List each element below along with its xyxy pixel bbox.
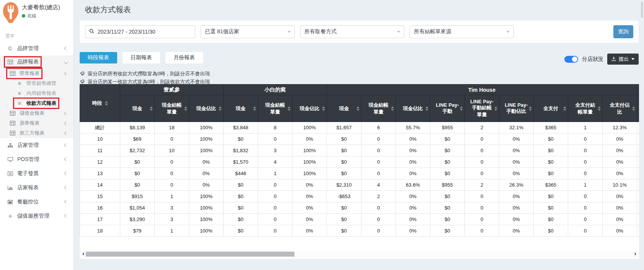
sort-icon[interactable] xyxy=(598,106,601,111)
sidebar-item-2[interactable]: 營業報表 xyxy=(0,68,74,78)
table-row: 12$000%$1,5704100%$000%$000%$000% xyxy=(80,156,639,168)
sidebar-item-11[interactable]: 電子發票 xyxy=(0,166,74,181)
payment-report-table-container: 時段壹貳參小白的窩Tim House 現金現金結帳單量現金佔比現金現金結帳單量現… xyxy=(80,84,639,259)
cell: $0 xyxy=(327,214,361,225)
sidebar-item-10[interactable]: POS管理 xyxy=(0,152,74,166)
sort-icon[interactable] xyxy=(356,106,360,111)
sidebar-item-7[interactable]: 票券報表 xyxy=(0,118,74,128)
date-range-input[interactable]: 2023/11/27 - 2023/11/30 xyxy=(85,25,195,38)
column-header[interactable]: 現金 xyxy=(120,95,155,122)
sidebar-item-6[interactable]: 儲值金報表 xyxy=(0,108,74,118)
sidebar-item-label: 餐廳控位 xyxy=(17,198,39,205)
sort-icon[interactable] xyxy=(288,106,291,111)
vertical-scrollbar-thumb[interactable] xyxy=(641,2,643,18)
sort-icon[interactable] xyxy=(322,106,325,111)
sort-icon[interactable] xyxy=(494,106,497,111)
column-header[interactable]: LINE Pay-手動結帳單量 xyxy=(465,95,499,122)
tab-month-report[interactable]: 月份報表 xyxy=(165,52,203,63)
cell: $0 xyxy=(120,168,155,179)
cell: $0 xyxy=(430,225,465,237)
sidebar-item-inner: 電子發票 xyxy=(5,169,40,178)
export-button[interactable]: 匯出 xyxy=(607,54,639,65)
column-header[interactable]: 現金佔比 xyxy=(189,95,224,122)
column-header[interactable]: 現金佔比 xyxy=(396,95,430,122)
sidebar-item-label: 店家報表 xyxy=(17,184,39,191)
column-header[interactable]: 現金佔比 xyxy=(293,95,327,122)
list-icon: ≡ xyxy=(16,80,23,86)
sort-icon[interactable] xyxy=(105,101,108,106)
sort-icon[interactable] xyxy=(632,106,635,111)
sidebar-item-14[interactable]: ≡儲值服務管理 xyxy=(0,209,74,223)
scroll-right-arrow-icon[interactable] xyxy=(635,252,638,255)
cell: 0 xyxy=(568,145,603,156)
chevron-down-icon xyxy=(631,58,634,62)
sort-icon[interactable] xyxy=(219,106,222,111)
cell xyxy=(637,214,639,225)
sidebar-item-3[interactable]: ≡營業銷售總覽 xyxy=(0,78,74,88)
cell: $0 xyxy=(430,145,465,156)
column-header[interactable]: 現金結帳單量 xyxy=(258,95,293,122)
column-header[interactable]: 現金結帳單量 xyxy=(155,95,189,122)
column-header[interactable]: 全支付 xyxy=(534,95,568,122)
sidebar-item-inner: 第三方報表 xyxy=(8,129,46,137)
sort-icon[interactable] xyxy=(529,106,532,111)
cell: 10 xyxy=(155,145,189,156)
bill-source-select[interactable]: 所有結帳單來源 xyxy=(410,25,514,38)
column-header[interactable]: 現金 xyxy=(224,95,258,122)
pickup-method-select[interactable]: 所有取餐方式 xyxy=(300,25,404,38)
sidebar-item-12[interactable]: 店家報表 xyxy=(0,181,74,195)
sort-icon[interactable] xyxy=(460,106,463,111)
sidebar-item-1[interactable]: 品牌報表 xyxy=(0,55,74,68)
sidebar-item-inner: POS管理 xyxy=(5,155,41,164)
sidebar-item-inner: 店家管理 xyxy=(5,141,40,150)
tab-date-report[interactable]: 日期報表 xyxy=(123,52,160,63)
column-header[interactable]: 現金 xyxy=(327,95,361,122)
column-header[interactable]: LINE Pay-手動佔比 xyxy=(499,95,534,122)
table-row: 10$690100%$000%$000%$000%$000% xyxy=(80,133,639,145)
column-header[interactable]: 全支付佔比 xyxy=(603,95,637,122)
column-header[interactable]: 全支付結帳單量 xyxy=(568,95,603,122)
sidebar-item-13[interactable]: 餐廳控位 xyxy=(0,195,74,209)
sidebar-item-0[interactable]: ©品牌管理 xyxy=(0,41,74,55)
cell: 0% xyxy=(603,133,637,145)
cell: 0% xyxy=(603,145,637,156)
cell: $1,832 xyxy=(224,145,258,156)
corner-header-time-slot[interactable]: 時段 xyxy=(80,85,120,122)
sort-icon[interactable] xyxy=(425,106,428,111)
cell: 0% xyxy=(189,168,224,179)
sort-icon[interactable] xyxy=(150,106,153,111)
sidebar-item-8[interactable]: 第三方報表 xyxy=(0,128,74,138)
cell: 0% xyxy=(189,156,224,168)
cell: 0% xyxy=(499,202,534,214)
sort-icon[interactable] xyxy=(184,106,187,111)
column-header[interactable]: 現金結帳單量 xyxy=(361,95,396,122)
horizontal-scrollbar[interactable] xyxy=(80,251,639,257)
cell: 0% xyxy=(293,133,327,145)
sidebar-item-9[interactable]: 店家管理 xyxy=(0,138,74,152)
sort-icon[interactable] xyxy=(563,106,566,111)
stores-select[interactable]: 已選 81個店家 xyxy=(201,25,295,38)
cell: 0% xyxy=(603,214,637,225)
branch-status-toggle[interactable] xyxy=(564,56,578,63)
scrollbar-thumb[interactable] xyxy=(86,252,294,257)
sidebar-item-label: 品牌管理 xyxy=(17,45,39,52)
sidebar-item-label: 內用銷售報表 xyxy=(26,90,56,97)
scroll-left-arrow-icon[interactable] xyxy=(81,252,84,255)
column-header[interactable]: LINE Pay-手動 xyxy=(430,95,465,122)
query-button[interactable]: 查詢 xyxy=(613,25,633,38)
online-status-dot-icon xyxy=(22,14,25,18)
cell: $0 xyxy=(534,191,568,202)
sidebar-item-label: 儲值服務管理 xyxy=(17,213,49,220)
column-header-label: 現金 xyxy=(236,106,246,111)
chevron-left-icon xyxy=(64,172,68,176)
sidebar-item-5[interactable]: ≡收款方式報表 xyxy=(0,98,74,108)
sort-icon[interactable] xyxy=(391,106,394,111)
sort-icon[interactable] xyxy=(253,106,256,111)
sidebar-item-4[interactable]: ≡內用銷售報表 xyxy=(0,88,74,98)
cell: 0% xyxy=(499,156,534,168)
tab-time-slot-report[interactable]: 時段報表 xyxy=(80,52,117,63)
list-icon: ≡ xyxy=(16,90,23,96)
cell xyxy=(637,191,639,202)
cell: 0% xyxy=(603,225,637,237)
cell: 0 xyxy=(361,225,396,237)
